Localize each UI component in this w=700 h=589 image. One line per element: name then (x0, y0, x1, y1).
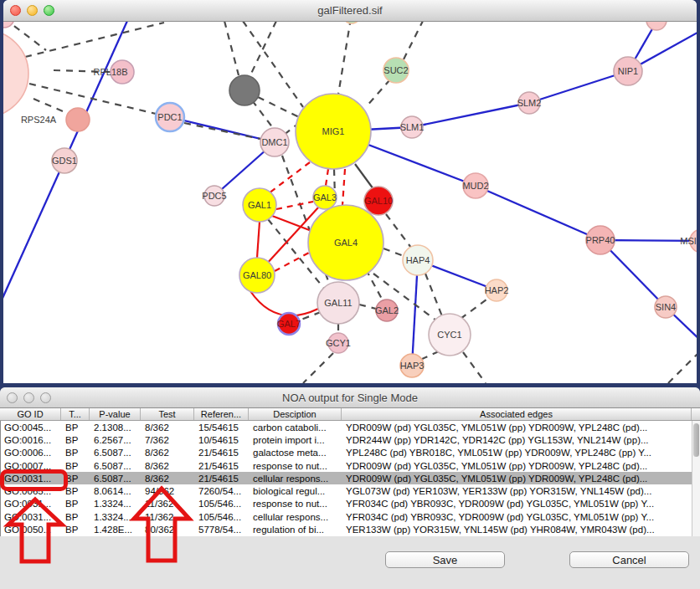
node-label: GAL1 (248, 200, 271, 210)
table-row[interactable]: GO:0007...BP6.5087...8/36221/54615respon… (1, 459, 700, 472)
cell: regulation of bi... (250, 525, 342, 535)
cell: YFR034C (pd) YBR093C, YDR009W (pd) YGL03… (342, 512, 692, 522)
node-label: HAP4 (406, 255, 430, 265)
cell: GO:0031... (1, 474, 62, 484)
cancel-button[interactable]: Cancel (569, 551, 689, 568)
node-label: RPS24A (21, 115, 57, 125)
cell: 8/362 (142, 448, 195, 458)
edge-red (257, 222, 260, 258)
table-row[interactable]: GO:0031...BP1.3324...11/362105/546...cel… (1, 510, 700, 523)
node-big-left[interactable] (3, 30, 28, 117)
edge-gray (355, 164, 373, 189)
cell: YDR244W (pp) YDR142C, YDR142C (pp) YGL15… (342, 435, 692, 445)
cell: 7/362 (142, 435, 195, 445)
column-header-0[interactable]: GO ID (0, 407, 61, 420)
cell: 7260/54... (195, 486, 250, 496)
vertical-scrollbar[interactable] (692, 421, 700, 536)
node-label: SUC2 (383, 65, 408, 75)
edge-curve-red (250, 291, 318, 315)
cell: cellular respons... (250, 474, 342, 484)
cell: 8/362 (142, 461, 195, 471)
table-row[interactable]: GO:0065...BP8.0614...94/3627260/54...bio… (1, 484, 700, 497)
cell: 105/546... (195, 512, 250, 522)
edge-dash (386, 214, 411, 248)
table-row[interactable]: GO:0031...BP1.3324...11/362105/546...res… (1, 498, 700, 510)
table-row[interactable]: GO:0031...BP6.5087...8/36221/54615cellul… (1, 472, 700, 484)
edge-dash (383, 248, 404, 256)
node-label: GAL80 (243, 270, 271, 280)
cell: YDR009W (pd) YGL035C, YML051W (pp) YDR00… (342, 461, 692, 471)
edge-blue (529, 71, 628, 103)
network-window: RPL18BRPS24AGDS1PDC1DMC1MIG1SUC2SLM1SLM2… (3, 0, 697, 383)
node-label: GAL11 (324, 298, 352, 308)
edge-blue (412, 103, 529, 127)
node-label: PRP40 (586, 235, 615, 245)
noa-output-window: NOA output for Single Mode GO IDT...P-va… (0, 387, 700, 589)
node-label: GAL2 (375, 305, 399, 315)
node-label: HAP2 (485, 285, 509, 295)
cell: BP (62, 499, 90, 509)
cell: YFR034C (pd) YBR093C, YDR009W (pd) YGL03… (342, 499, 692, 509)
edge-blue (476, 186, 600, 240)
table-row[interactable]: GO:0016...BP6.2567...7/36210/54615protei… (1, 433, 700, 446)
node-label: SLM2 (517, 98, 542, 108)
column-header-4[interactable]: Referen... (194, 407, 249, 420)
column-header-3[interactable]: Test (141, 407, 194, 420)
node-label: PDC1 (157, 112, 182, 122)
edge-dash (25, 23, 164, 57)
cell: 21/54615 (195, 448, 250, 458)
cell: 1.428E... (90, 525, 142, 535)
cell: BP (62, 461, 90, 471)
scrollbar-thumb[interactable] (693, 423, 699, 457)
edge-reddash (342, 169, 345, 205)
network-canvas[interactable]: RPL18BRPS24AGDS1PDC1DMC1MIG1SUC2SLM1SLM2… (3, 0, 697, 383)
edge-blue (3, 161, 64, 304)
cell: 105/546... (195, 499, 250, 509)
cell: 80/362 (142, 525, 195, 535)
cell: GO:0016... (1, 435, 62, 445)
cell: BP (62, 448, 90, 458)
cell: BP (62, 525, 90, 535)
edge-dash (338, 18, 351, 95)
column-header-5[interactable]: Desciption (249, 407, 342, 420)
cell: carbon cataboli... (250, 423, 342, 433)
cell: YDR009W (pd) YGL035C, YML051W (pp) YDR00… (342, 474, 692, 484)
noa-window-titlebar[interactable]: NOA output for Single Mode (0, 387, 700, 408)
node-label: MUD2 (462, 181, 488, 191)
table-row[interactable]: GO:0045...BP2.1308...8/36215/54615carbon… (1, 421, 700, 433)
node-label: GAL3 (313, 192, 337, 202)
column-header-1[interactable]: T... (61, 407, 90, 420)
edge-dash (366, 79, 390, 107)
cell: galactose meta... (250, 448, 342, 458)
edge-reddash (275, 253, 309, 271)
cell: 10/54615 (195, 435, 250, 445)
node-label: GAL10 (364, 196, 393, 206)
edge-blue (64, 21, 127, 161)
desktop: { "top_window": { "title": "galFiltered.… (0, 0, 700, 589)
save-button[interactable]: Save (385, 551, 505, 568)
column-header-6[interactable]: Associated edges (342, 407, 692, 420)
network-window-title: galFiltered.sif (3, 0, 697, 21)
cell: 8.0614... (90, 486, 142, 496)
column-header-2[interactable]: P-value (90, 407, 141, 420)
cell: 11/362 (142, 512, 195, 522)
node-RPS24A[interactable] (66, 108, 90, 131)
cell: 11/362 (142, 499, 195, 509)
table-row[interactable]: GO:0050...BP1.428E...80/3625778/54...reg… (1, 523, 700, 535)
node-label: MIG1 (322, 126, 345, 136)
node-label: GCY1 (326, 338, 351, 348)
node-gray-node[interactable] (229, 75, 260, 105)
network-window-titlebar[interactable]: galFiltered.sif (3, 0, 697, 22)
cell: GO:0006... (1, 448, 62, 458)
cell: 6.5087... (90, 474, 142, 484)
node-label: CYC1 (437, 330, 461, 340)
node-label: SIN4 (656, 302, 676, 312)
cell: BP (62, 474, 90, 484)
cell: cellular respons... (250, 512, 342, 522)
table-row[interactable]: GO:0006...BP6.5087...8/36221/54615galact… (1, 447, 700, 459)
cell: YER133W (pp) YOR315W, YNL145W (pd) YHR08… (342, 525, 692, 535)
edge-dash (184, 123, 260, 139)
cell: 1.3324... (90, 499, 142, 509)
edge-dash (33, 99, 69, 114)
results-table: GO IDT...P-valueTestReferen...Desciption… (0, 407, 700, 536)
